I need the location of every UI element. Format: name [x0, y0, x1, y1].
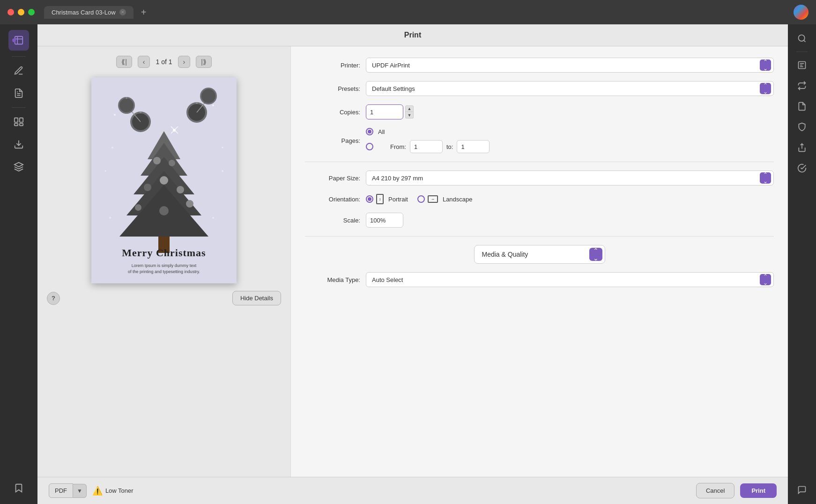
sidebar-item-forms[interactable] [8, 83, 29, 104]
svg-point-14 [222, 147, 223, 148]
svg-line-9 [804, 40, 806, 42]
scale-label: Scale: [305, 217, 366, 224]
presets-row: Presets: Default Settings ⌃⌄ [305, 81, 774, 96]
comment-icon[interactable] [794, 482, 810, 498]
copies-control: ▲ ▼ [366, 104, 774, 119]
right-sidebar [788, 24, 816, 504]
convert-icon[interactable] [794, 77, 810, 94]
tab-close-button[interactable]: ✕ [119, 9, 126, 15]
copies-input[interactable] [366, 104, 403, 119]
sidebar-divider-2 [12, 107, 26, 108]
printer-control: UPDF AirPrint ⌃⌄ [366, 58, 774, 73]
scale-input[interactable] [366, 213, 403, 228]
landscape-radio[interactable] [417, 195, 425, 203]
sidebar-item-annotate[interactable] [8, 60, 29, 81]
paper-size-select[interactable]: A4 210 by 297 mm [366, 170, 774, 185]
media-quality-select-wrapper: Media & Quality ⌃⌄ [474, 245, 605, 264]
svg-point-8 [799, 35, 805, 41]
help-button[interactable]: ? [47, 292, 60, 305]
prev-page-button[interactable]: ‹ [138, 56, 150, 68]
presets-control: Default Settings ⌃⌄ [366, 81, 774, 96]
orientation-control: ↕ Portrait ↔ Landscape [366, 194, 774, 204]
pages-from-input[interactable] [410, 140, 443, 153]
maximize-button[interactable] [28, 9, 35, 15]
portrait-option[interactable]: ↕ Portrait [366, 194, 408, 204]
search-icon[interactable] [794, 30, 810, 47]
media-quality-select[interactable]: Media & Quality [474, 245, 605, 264]
media-type-select[interactable]: Auto Select [366, 272, 774, 287]
pages-radio-group: All From: to: [366, 128, 774, 153]
portrait-radio[interactable] [366, 195, 373, 203]
pages-all-label: All [378, 128, 385, 135]
hide-details-button[interactable]: Hide Details [232, 291, 281, 305]
cancel-button[interactable]: Cancel [696, 483, 734, 498]
share-icon[interactable] [794, 139, 810, 156]
traffic-lights [7, 9, 35, 15]
low-toner-text: Low Toner [105, 487, 134, 494]
protect-icon[interactable] [794, 119, 810, 135]
pages-range-row: From: to: [366, 140, 774, 153]
orientation-row: Orientation: ↕ Portrait [305, 194, 774, 204]
svg-point-35 [186, 200, 193, 208]
presets-select[interactable]: Default Settings [366, 81, 774, 96]
copies-decrement[interactable]: ▼ [405, 112, 414, 119]
warning-icon: ⚠️ [92, 486, 103, 496]
pdf-a-icon[interactable] [794, 98, 810, 115]
pages-all-row: All [366, 128, 774, 135]
svg-rect-3 [15, 118, 18, 122]
orientation-label: Orientation: [305, 196, 366, 203]
sidebar-item-organize[interactable] [8, 111, 29, 132]
copies-row: Copies: ▲ ▼ [305, 104, 774, 119]
pages-range-radio[interactable] [366, 143, 373, 150]
sidebar-item-bookmark[interactable] [8, 478, 29, 498]
printer-select[interactable]: UPDF AirPrint [366, 58, 774, 73]
pages-to-input[interactable] [457, 140, 490, 153]
low-toner-warning: ⚠️ Low Toner [92, 486, 690, 496]
active-tab[interactable]: Christmas Card 03-Low ✕ [44, 6, 134, 19]
pages-to-label: to: [446, 143, 453, 150]
svg-point-39 [119, 98, 134, 112]
ocr-icon[interactable] [794, 57, 810, 74]
svg-text:Lorem Ipsum is simply dummy te: Lorem Ipsum is simply dummy text [132, 263, 197, 268]
first-page-button[interactable]: ⟪| [116, 56, 132, 68]
settings-pane: Printer: UPDF AirPrint ⌃⌄ Presets: [290, 46, 788, 477]
media-type-select-wrapper: Auto Select ⌃⌄ [366, 272, 774, 287]
print-button[interactable]: Print [740, 483, 777, 498]
page-count: 1 of 1 [156, 58, 172, 66]
paper-size-row: Paper Size: A4 210 by 297 mm ⌃⌄ [305, 170, 774, 185]
last-page-button[interactable]: |⟫ [196, 56, 212, 68]
svg-point-15 [105, 170, 106, 172]
paper-size-select-wrapper: A4 210 by 297 mm ⌃⌄ [366, 170, 774, 185]
svg-rect-4 [20, 118, 23, 122]
next-page-button[interactable]: › [178, 56, 191, 68]
sidebar-item-pages[interactable] [8, 30, 29, 51]
active-indicator [12, 38, 16, 42]
tab-bar: Christmas Card 03-Low ✕ + [44, 6, 150, 19]
minimize-button[interactable] [18, 9, 24, 15]
pdf-button[interactable]: PDF [49, 483, 73, 498]
svg-point-47 [111, 147, 113, 148]
copies-increment[interactable]: ▲ [405, 105, 414, 112]
new-tab-button[interactable]: + [137, 6, 150, 19]
close-button[interactable] [7, 9, 14, 15]
svg-point-50 [109, 217, 111, 219]
printer-label: Printer: [305, 62, 366, 69]
validate-icon[interactable] [794, 160, 810, 177]
landscape-option[interactable]: ↔ Landscape [417, 195, 473, 203]
svg-rect-5 [15, 124, 18, 126]
sidebar-item-export[interactable] [8, 134, 29, 155]
dialog-body: ⟪| ‹ 1 of 1 › |⟫ [37, 46, 788, 477]
svg-text:of the printing and typesettin: of the printing and typesetting industry… [128, 269, 200, 274]
user-avatar[interactable] [794, 5, 809, 20]
pages-all-radio[interactable] [366, 128, 373, 135]
svg-point-12 [114, 114, 116, 116]
sidebar-item-layers[interactable] [8, 156, 29, 177]
svg-rect-6 [20, 124, 23, 126]
right-divider-1 [796, 52, 808, 52]
media-type-label: Media Type: [305, 276, 366, 283]
preview-pane: ⟪| ‹ 1 of 1 › |⟫ [37, 46, 290, 477]
svg-point-13 [212, 104, 214, 106]
svg-point-30 [169, 160, 175, 166]
pdf-dropdown-button[interactable]: ▼ [73, 484, 87, 498]
media-type-row: Media Type: Auto Select ⌃⌄ [305, 272, 774, 287]
